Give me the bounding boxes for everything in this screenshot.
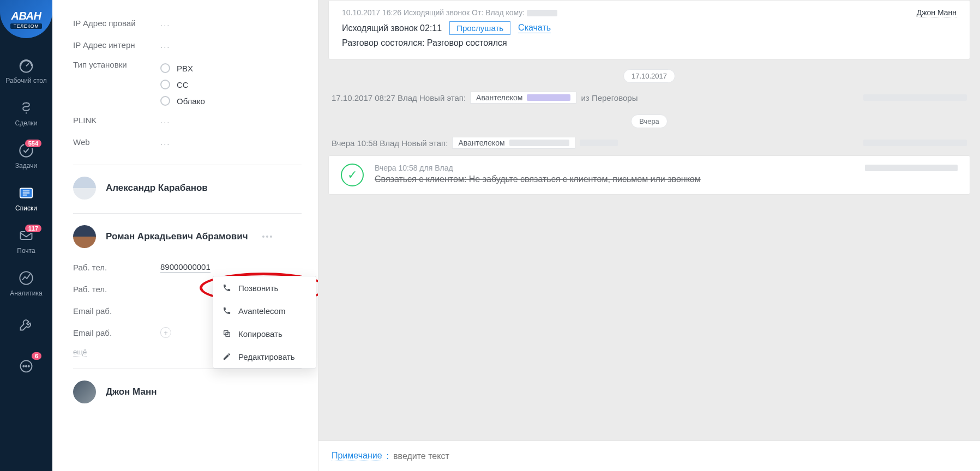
pencil-icon xyxy=(222,352,232,361)
avatar xyxy=(73,225,96,248)
wrench-icon xyxy=(16,315,36,334)
svg-point-9 xyxy=(23,366,24,367)
nav-settings[interactable] xyxy=(0,304,52,347)
field-plink: PLINK ... xyxy=(73,109,302,131)
nav-lists[interactable]: Списки xyxy=(0,177,52,219)
menu-edit[interactable]: Редактировать xyxy=(213,345,316,368)
avatar xyxy=(73,177,96,200)
download-link[interactable]: Скачать xyxy=(518,23,551,33)
radio-icon xyxy=(160,96,170,106)
task-text: Связаться с клиентом: Не забудьте связат… xyxy=(375,174,854,184)
show-more-link[interactable]: ещё xyxy=(73,348,87,357)
call-event-card: Джон Манн 10.10.2017 16:26 Исходящий зво… xyxy=(328,0,970,59)
field-ip-provider: IP Адрес провай ... xyxy=(73,12,302,34)
logo-subtitle: ТЕЛЕКОМ xyxy=(10,23,43,29)
redacted-text xyxy=(527,10,557,16)
timeline[interactable]: Джон Манн 10.10.2017 16:26 Исходящий зво… xyxy=(318,0,980,440)
install-type-group: PBX CC Облако xyxy=(160,60,205,109)
nav-deals[interactable]: Сделки xyxy=(0,92,52,134)
field-install-type: Тип установки PBX CC Облако xyxy=(73,56,302,109)
logo-title: АВАН xyxy=(11,10,41,22)
more-actions-icon[interactable]: ••• xyxy=(262,232,274,241)
task-body: Вчера 10:58 для Влад Связаться с клиенто… xyxy=(375,164,854,184)
field-work-phone: Раб. тел. 89000000001 xyxy=(73,256,302,278)
task-complete-icon[interactable]: ✓ xyxy=(341,164,364,186)
redacted-text xyxy=(863,140,967,146)
redacted-text xyxy=(865,165,958,171)
contact-row-1[interactable]: Александр Карабанов xyxy=(73,175,302,201)
redacted-text xyxy=(863,94,967,101)
svg-point-10 xyxy=(26,366,27,367)
analytics-icon xyxy=(16,268,36,288)
task-card: ✓ Вчера 10:58 для Влад Связаться с клиен… xyxy=(328,155,970,195)
phone-icon xyxy=(222,283,232,293)
event-author-link[interactable]: Джон Манн xyxy=(917,8,957,17)
nav-chat[interactable]: 6 xyxy=(0,347,52,389)
date-separator: Вчера xyxy=(328,114,970,128)
nav-desk[interactable]: Рабочий стол xyxy=(0,49,52,92)
chat-badge: 6 xyxy=(31,351,43,361)
nav-analytics[interactable]: Аналитика xyxy=(0,262,52,304)
menu-copy[interactable]: Копировать xyxy=(213,322,316,345)
avatar xyxy=(73,381,96,403)
money-icon xyxy=(16,98,36,118)
event-line: Исходящий звонок 02:11 Прослушать Скачат… xyxy=(342,21,957,35)
note-input[interactable] xyxy=(393,451,967,461)
task-meta: Вчера 10:58 для Влад xyxy=(375,164,854,172)
date-separator: 17.10.2017 xyxy=(328,69,970,83)
divider xyxy=(73,165,302,165)
redacted-text xyxy=(580,140,618,146)
date-chip: 17.10.2017 xyxy=(623,69,675,83)
stage-box[interactable]: Авантелеком xyxy=(452,137,575,149)
sidebar: АВАН ТЕЛЕКОМ Рабочий стол Сделки 554 Зад… xyxy=(0,0,52,471)
date-chip: Вчера xyxy=(631,114,668,128)
timeline-panel: Джон Манн 10.10.2017 16:26 Исходящий зво… xyxy=(318,0,980,471)
tasks-badge: 554 xyxy=(24,138,43,148)
nav: Рабочий стол Сделки 554 Задачи Списки 11… xyxy=(0,49,52,389)
phone-number[interactable]: 89000000001 xyxy=(160,262,211,273)
note-bar: Примечание: xyxy=(318,440,980,471)
listen-button[interactable]: Прослушать xyxy=(449,21,510,35)
stage-change-1: 17.10.2017 08:27 Влад Новый этап: Аванте… xyxy=(328,90,970,105)
stage-box[interactable]: Авантелеком xyxy=(470,92,576,104)
dashboard-icon xyxy=(16,56,36,75)
radio-icon xyxy=(160,80,170,89)
event-meta: 10.10.2017 16:26 Исходящий звонок От: Вл… xyxy=(342,8,957,17)
copy-icon xyxy=(222,329,232,339)
mail-badge: 117 xyxy=(24,224,43,233)
nav-tasks[interactable]: 554 Задачи xyxy=(0,134,52,177)
menu-avantelecom[interactable]: Avantelecom xyxy=(213,299,316,322)
redacted-text xyxy=(527,94,570,101)
list-icon xyxy=(16,183,36,203)
radio-cloud[interactable]: Облако xyxy=(160,96,205,106)
nav-mail[interactable]: 117 Почта xyxy=(0,219,52,262)
field-ip-internal: IP Адрес интерн ... xyxy=(73,34,302,56)
radio-icon xyxy=(160,63,170,73)
redacted-text xyxy=(509,140,569,146)
event-line: Разговор состоялся: Разговор состоялся xyxy=(342,38,957,48)
divider xyxy=(73,213,302,214)
contact-row-3[interactable]: Джон Манн xyxy=(73,379,302,405)
contact-row-2[interactable]: Роман Аркадьевич Абрамович ••• xyxy=(73,224,302,250)
stage-change-2: Вчера 10:58 Влад Новый этап: Авантелеком xyxy=(328,136,970,150)
phone-icon xyxy=(222,306,232,316)
logo: АВАН ТЕЛЕКОМ xyxy=(0,0,52,38)
svg-point-11 xyxy=(28,366,29,367)
radio-cc[interactable]: CC xyxy=(160,80,205,89)
divider xyxy=(73,369,302,369)
menu-call[interactable]: Позвонить xyxy=(213,276,316,299)
phone-context-menu: Позвонить Avantelecom Копировать Редакти… xyxy=(213,276,316,369)
note-type-link[interactable]: Примечание xyxy=(332,451,382,461)
radio-pbx[interactable]: PBX xyxy=(160,63,205,73)
field-web: Web ... xyxy=(73,131,302,153)
details-panel: IP Адрес провай ... IP Адрес интерн ... … xyxy=(52,0,318,471)
add-email-button[interactable]: + xyxy=(160,327,171,338)
